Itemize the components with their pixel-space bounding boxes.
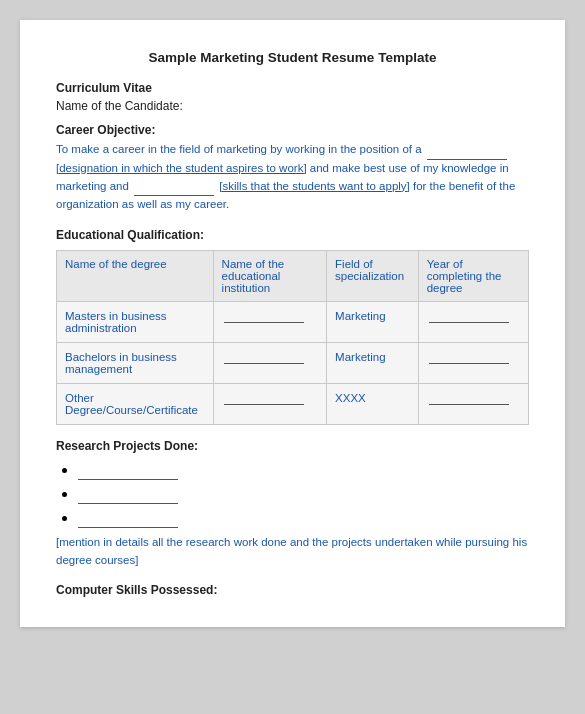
year-bachelors [418,343,528,384]
research-bullet-list [78,461,529,528]
institution-other [213,384,326,425]
career-objective-text: To make a career in the field of marketi… [56,141,529,214]
field-bachelors: Marketing [327,343,419,384]
education-table: Name of the degree Name of the education… [56,250,529,425]
career-obj-blank2 [134,178,214,197]
col-field: Field of specialization [327,251,419,302]
table-row: Other Degree/Course/Certificate XXXX [57,384,529,425]
career-obj-bracket1: [designation in which the student aspire… [56,162,307,174]
col-institution: Name of the educational institution [213,251,326,302]
list-item [78,461,529,480]
resume-page: Sample Marketing Student Resume Template… [20,20,565,627]
field-other: XXXX [327,384,419,425]
list-item [78,509,529,528]
degree-bachelors: Bachelors in business management [57,343,214,384]
career-obj-bracket2: [skills that the students want to apply] [219,180,410,192]
table-row: Bachelors in business management Marketi… [57,343,529,384]
ed-qual-label: Educational Qualification: [56,228,529,242]
list-item [78,485,529,504]
page-title: Sample Marketing Student Resume Template [56,50,529,65]
candidate-field: Name of the Candidate: [56,99,529,113]
computer-skills-label: Computer Skills Possessed: [56,583,529,597]
research-note: [mention in details all the research wor… [56,534,529,569]
institution-bachelors [213,343,326,384]
career-obj-start: To make a career in the field of marketi… [56,143,422,155]
col-year: Year of completing the degree [418,251,528,302]
institution-masters [213,302,326,343]
career-objective-label: Career Objective: [56,123,529,137]
col-degree: Name of the degree [57,251,214,302]
field-masters: Marketing [327,302,419,343]
degree-masters: Masters in business administration [57,302,214,343]
research-section: Research Projects Done: [mention in deta… [56,439,529,569]
degree-other: Other Degree/Course/Certificate [57,384,214,425]
table-row: Masters in business administration Marke… [57,302,529,343]
year-masters [418,302,528,343]
career-obj-blank1 [427,141,507,160]
research-label: Research Projects Done: [56,439,529,453]
cv-label: Curriculum Vitae [56,81,529,95]
year-other [418,384,528,425]
